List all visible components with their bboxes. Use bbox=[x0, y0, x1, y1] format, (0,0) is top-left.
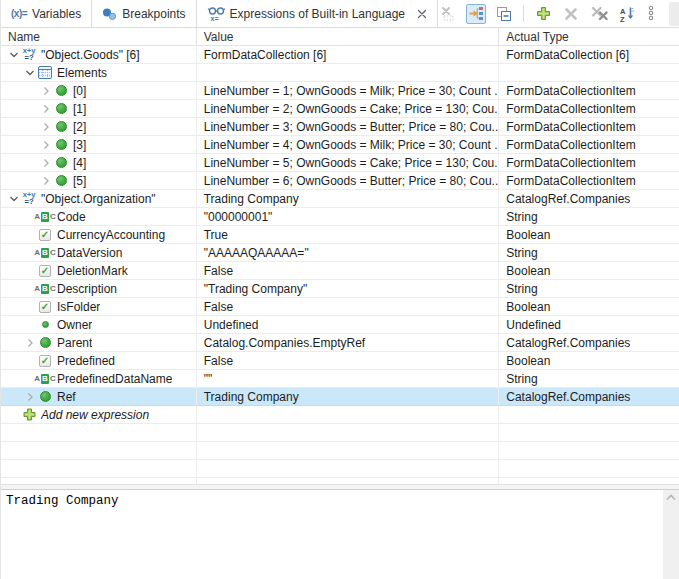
row-value: LineNumber = 5; OwnGoods = Cake; Price =… bbox=[197, 154, 500, 172]
toolbar-separator bbox=[523, 5, 524, 22]
row-type bbox=[499, 442, 679, 460]
expander-icon[interactable] bbox=[7, 194, 20, 204]
table-row[interactable]: Parent Catalog.Companies.EmptyRef Catalo… bbox=[1, 334, 679, 352]
row-type: FormDataCollectionItem bbox=[499, 172, 679, 190]
table-row[interactable]: ✓ IsFolder False Boolean bbox=[1, 298, 679, 316]
row-value bbox=[197, 406, 500, 424]
expander-icon[interactable] bbox=[23, 392, 36, 402]
link-with-tree-icon[interactable] bbox=[466, 4, 486, 24]
row-type: Boolean bbox=[499, 298, 679, 316]
table-row-empty[interactable] bbox=[1, 442, 679, 460]
row-value bbox=[197, 424, 500, 442]
tab-label: Breakpoints bbox=[122, 7, 185, 21]
expander-icon[interactable] bbox=[23, 338, 36, 348]
table-row[interactable]: Ref Trading Company CatalogRef.Companies bbox=[1, 388, 679, 406]
expander-icon[interactable] bbox=[23, 68, 36, 78]
string-icon: ABC bbox=[36, 374, 54, 384]
table-row[interactable]: x+y=? "Object.Goods" [6] FormDataCollect… bbox=[1, 46, 679, 64]
tab-expressions[interactable]: x= Expressions of Built-in Language bbox=[197, 0, 438, 27]
table-row[interactable]: Owner Undefined Undefined bbox=[1, 316, 679, 334]
expander-icon[interactable] bbox=[39, 158, 52, 168]
row-value: "AAAAAQAAAAA=" bbox=[197, 244, 500, 262]
expression-icon: x+y=? bbox=[20, 192, 38, 205]
row-name: PredefinedDataName bbox=[57, 372, 172, 386]
row-type: CatalogRef.Companies bbox=[499, 388, 679, 406]
tab-label: Variables bbox=[32, 7, 81, 21]
green-circle-icon bbox=[52, 103, 70, 114]
row-type: FormDataCollectionItem bbox=[499, 154, 679, 172]
row-value: LineNumber = 1; OwnGoods = Milk; Price =… bbox=[197, 82, 500, 100]
row-value: FormDataCollection [6] bbox=[197, 46, 500, 64]
row-value: LineNumber = 4; OwnGoods = Milk; Price =… bbox=[197, 136, 500, 154]
table-row[interactable]: [0] LineNumber = 1; OwnGoods = Milk; Pri… bbox=[1, 82, 679, 100]
row-type bbox=[499, 460, 679, 478]
close-icon[interactable] bbox=[417, 9, 427, 19]
add-expression-icon[interactable] bbox=[533, 4, 553, 24]
tab-variables[interactable]: (x)= Variables bbox=[1, 0, 92, 27]
table-row[interactable]: [3] LineNumber = 4; OwnGoods = Milk; Pri… bbox=[1, 136, 679, 154]
row-value: Undefined bbox=[197, 316, 500, 334]
add-plus-icon bbox=[20, 408, 38, 421]
expander-icon[interactable] bbox=[39, 140, 52, 150]
remove-expression-icon[interactable] bbox=[561, 4, 581, 24]
table-row[interactable]: ABC PredefinedDataName "" String bbox=[1, 370, 679, 388]
string-icon: ABC bbox=[36, 284, 54, 294]
boolean-icon: ✓ bbox=[36, 355, 54, 367]
row-value: "" bbox=[197, 370, 500, 388]
table-row[interactable]: ABC DataVersion "AAAAAQAAAAA=" String bbox=[1, 244, 679, 262]
expander-icon[interactable] bbox=[39, 86, 52, 96]
row-type: Boolean bbox=[499, 262, 679, 280]
column-header-name[interactable]: Name bbox=[1, 28, 197, 46]
row-type: CatalogRef.Companies bbox=[499, 190, 679, 208]
row-value: False bbox=[197, 262, 500, 280]
expander-icon[interactable] bbox=[39, 104, 52, 114]
remove-all-expressions-icon[interactable] bbox=[589, 4, 609, 24]
detail-pane[interactable]: Trading Company bbox=[1, 490, 679, 579]
row-name: [4] bbox=[73, 156, 86, 170]
string-icon: ABC bbox=[36, 212, 54, 222]
table-row[interactable]: [1] LineNumber = 2; OwnGoods = Cake; Pri… bbox=[1, 100, 679, 118]
table-row[interactable]: x+y=? "Object.Organization" Trading Comp… bbox=[1, 190, 679, 208]
row-type bbox=[499, 64, 679, 82]
table-row[interactable]: [5] LineNumber = 6; OwnGoods = Butter; P… bbox=[1, 172, 679, 190]
column-header-value[interactable]: Value bbox=[197, 28, 500, 46]
row-name: "Object.Organization" bbox=[41, 192, 156, 206]
row-name: Add new expression bbox=[41, 408, 149, 422]
row-type: FormDataCollectionItem bbox=[499, 136, 679, 154]
column-header-actual-type[interactable]: Actual Type bbox=[499, 28, 679, 46]
scroll-up-icon[interactable] bbox=[666, 494, 676, 501]
evaluate-icon[interactable] bbox=[438, 4, 458, 24]
table-row-empty[interactable] bbox=[1, 460, 679, 478]
row-name: IsFolder bbox=[57, 300, 100, 314]
collapse-all-icon[interactable] bbox=[494, 4, 514, 24]
row-value: LineNumber = 3; OwnGoods = Butter; Price… bbox=[197, 118, 500, 136]
table-row[interactable]: [2] LineNumber = 3; OwnGoods = Butter; P… bbox=[1, 118, 679, 136]
row-type: FormDataCollectionItem bbox=[499, 118, 679, 136]
table-row[interactable]: ABC Description "Trading Company" String bbox=[1, 280, 679, 298]
table-row[interactable]: Elements bbox=[1, 64, 679, 82]
row-value: Trading Company bbox=[197, 388, 500, 406]
tab-breakpoints[interactable]: Breakpoints bbox=[92, 0, 196, 27]
boolean-icon: ✓ bbox=[36, 265, 54, 277]
table-body: x+y=? "Object.Goods" [6] FormDataCollect… bbox=[1, 46, 679, 484]
string-icon: ABC bbox=[36, 248, 54, 258]
table-row[interactable]: Add new expression bbox=[1, 406, 679, 424]
view-menu-icon[interactable] bbox=[645, 4, 657, 24]
row-type: Boolean bbox=[499, 352, 679, 370]
expander-icon[interactable] bbox=[39, 176, 52, 186]
expander-icon[interactable] bbox=[7, 50, 20, 60]
row-value: False bbox=[197, 298, 500, 316]
detail-scrollbar[interactable] bbox=[663, 490, 679, 579]
table-row[interactable]: ✓ DeletionMark False Boolean bbox=[1, 262, 679, 280]
table-row[interactable]: ABC Code "000000001" String bbox=[1, 208, 679, 226]
table-row-empty[interactable] bbox=[1, 424, 679, 442]
row-type: String bbox=[499, 370, 679, 388]
table-row[interactable]: ✓ Predefined False Boolean bbox=[1, 352, 679, 370]
collection-icon bbox=[36, 66, 54, 79]
sort-icon[interactable]: A Z bbox=[617, 4, 637, 24]
table-row[interactable]: ✓ CurrencyAccounting True Boolean bbox=[1, 226, 679, 244]
row-value: LineNumber = 2; OwnGoods = Cake; Price =… bbox=[197, 100, 500, 118]
expander-icon[interactable] bbox=[39, 122, 52, 132]
row-value: Catalog.Companies.EmptyRef bbox=[197, 334, 500, 352]
table-row[interactable]: [4] LineNumber = 5; OwnGoods = Cake; Pri… bbox=[1, 154, 679, 172]
